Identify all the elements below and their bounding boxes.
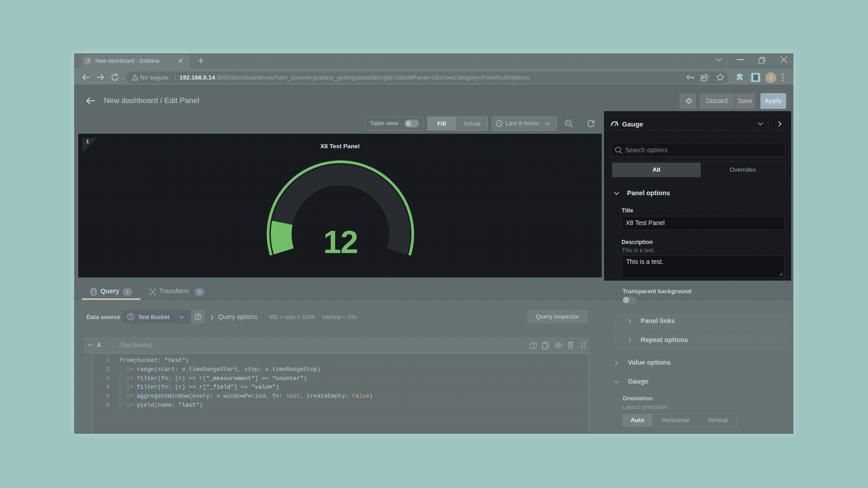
svg-text:12: 12 — [323, 224, 358, 260]
